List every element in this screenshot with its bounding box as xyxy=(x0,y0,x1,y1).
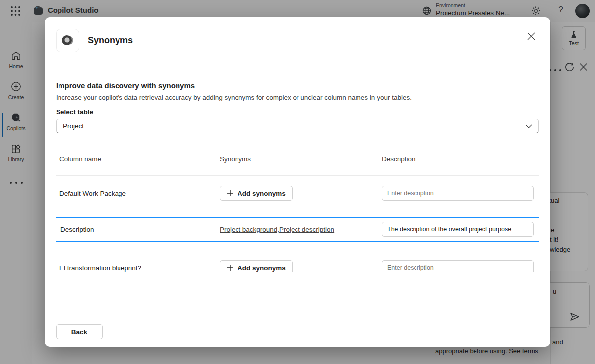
synonyms-link[interactable]: Project background,Project description xyxy=(220,226,334,233)
section-description: Increase your copilot's data retrieval a… xyxy=(56,94,539,101)
dialog-close-icon[interactable] xyxy=(526,31,536,42)
description-input[interactable] xyxy=(382,260,534,272)
table-rows: Default Work Package Add synonyms Descri… xyxy=(56,176,539,272)
table-row: Default Work Package Add synonyms xyxy=(56,176,539,210)
table-select-dropdown[interactable]: Project xyxy=(56,119,539,133)
add-synonyms-button[interactable]: Add synonyms xyxy=(220,186,293,201)
column-name-cell: El transformation blueprint? xyxy=(56,264,220,272)
back-button[interactable]: Back xyxy=(56,324,103,339)
plus-icon xyxy=(227,190,234,197)
table-row: El transformation blueprint? Add synonym… xyxy=(56,248,539,272)
description-input[interactable] xyxy=(382,186,534,201)
add-synonyms-label: Add synonyms xyxy=(238,264,286,272)
header-column-name: Column name xyxy=(56,156,220,163)
select-table-label: Select table xyxy=(56,108,539,116)
synonyms-app-icon xyxy=(56,29,79,52)
section-heading: Improve data discovery with synonyms xyxy=(56,81,539,90)
plus-icon xyxy=(227,264,234,271)
header-synonyms: Synonyms xyxy=(220,156,379,163)
column-name-cell: Description xyxy=(56,226,220,233)
header-description: Description xyxy=(379,156,539,163)
add-synonyms-label: Add synonyms xyxy=(238,190,286,197)
column-name-cell: Default Work Package xyxy=(56,190,220,197)
dialog-title: Synonyms xyxy=(88,35,133,46)
description-input[interactable] xyxy=(382,222,534,237)
table-row-highlighted: Description Project background,Project d… xyxy=(56,217,539,242)
synonyms-dialog: Synonyms Improve data discovery with syn… xyxy=(45,17,550,347)
dialog-header: Synonyms xyxy=(45,17,550,63)
dialog-body: Improve data discovery with synonyms Inc… xyxy=(45,63,550,272)
table-header-row: Column name Synonyms Description xyxy=(56,143,539,176)
add-synonyms-button[interactable]: Add synonyms xyxy=(220,260,293,272)
table-select-value: Project xyxy=(63,122,84,130)
chevron-down-icon xyxy=(525,124,532,128)
